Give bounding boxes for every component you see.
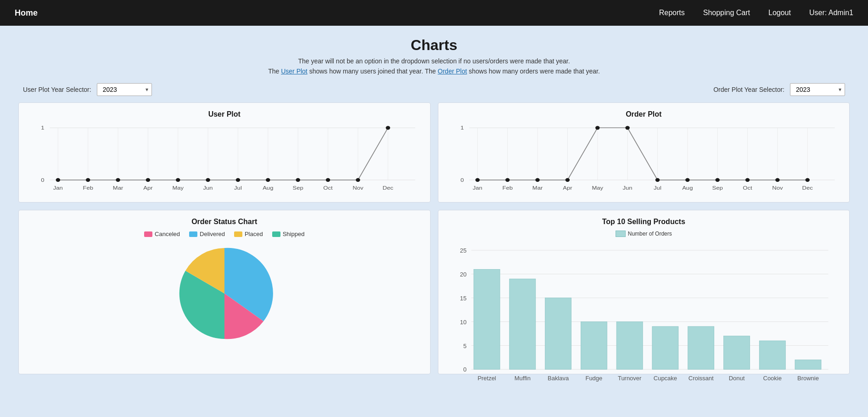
legend-label-shipped: Shipped [283, 231, 305, 237]
svg-text:Cupcake: Cupcake [653, 375, 677, 382]
order-plot-selector-label: Order Plot Year Selector: [713, 86, 784, 93]
svg-point-20 [176, 178, 180, 182]
legend-color-delivered [189, 231, 197, 237]
order-plot-card: Order Plot 1 0 [438, 102, 850, 203]
svg-point-18 [116, 178, 120, 182]
subtitle1: The year will not be an option in the dr… [18, 57, 850, 65]
legend-label-canceled: Canceled [155, 231, 180, 237]
user-plot-svg: 1 0 [28, 123, 421, 197]
legend-shipped: Shipped [272, 231, 305, 237]
subtitle2-middle: shows how many users joined that year. T… [308, 68, 438, 75]
svg-text:15: 15 [460, 295, 466, 302]
user-plot-selector-group: User Plot Year Selector: 2023 [23, 83, 152, 96]
user-plot-year-select[interactable]: 2023 [97, 83, 152, 96]
pie-svg [174, 243, 275, 344]
user-label: User: Admin1 [809, 9, 853, 17]
order-status-title: Order Status Chart [191, 218, 257, 226]
order-plot-title: Order Plot [448, 110, 840, 118]
svg-text:Dec: Dec [802, 185, 812, 191]
order-status-card: Order Status Chart Canceled Delivered Pl… [18, 210, 431, 374]
svg-text:Feb: Feb [83, 185, 93, 191]
charts-grid: User Plot 1 0 [18, 102, 850, 374]
bar-legend-color [616, 231, 626, 237]
svg-text:Jul: Jul [234, 185, 242, 191]
svg-rect-101 [795, 360, 821, 369]
svg-point-63 [685, 178, 690, 182]
bar-legend: Number of Orders [448, 231, 840, 237]
legend-label-placed: Placed [245, 231, 263, 237]
svg-point-57 [505, 178, 510, 182]
bar-legend-label: Number of Orders [628, 231, 672, 237]
main-content: Charts The year will not be an option in… [0, 26, 868, 385]
svg-point-27 [386, 126, 390, 130]
logout-link[interactable]: Logout [768, 9, 791, 17]
svg-rect-93 [509, 279, 535, 369]
svg-text:Apr: Apr [143, 185, 152, 191]
svg-text:Mar: Mar [113, 185, 123, 191]
svg-text:Sep: Sep [712, 185, 722, 191]
svg-point-19 [146, 178, 151, 182]
svg-text:0: 0 [41, 177, 44, 183]
order-plot-selector-group: Order Plot Year Selector: 2023 [713, 83, 845, 96]
svg-text:0: 0 [463, 366, 466, 373]
svg-text:May: May [592, 185, 604, 191]
svg-point-66 [775, 178, 780, 182]
svg-rect-94 [545, 298, 571, 370]
svg-text:Aug: Aug [682, 185, 693, 191]
svg-text:10: 10 [460, 319, 466, 326]
svg-text:Apr: Apr [563, 185, 572, 191]
order-plot-link[interactable]: Order Plot [438, 68, 467, 75]
svg-text:Donut: Donut [728, 375, 745, 382]
svg-text:0: 0 [460, 177, 464, 183]
svg-point-56 [475, 178, 480, 182]
page-title: Charts [18, 37, 850, 54]
order-plot-svg: 1 0 [448, 123, 840, 197]
svg-point-64 [715, 178, 720, 182]
pie-legend: Canceled Delivered Placed Shipped [144, 231, 304, 237]
svg-text:Oct: Oct [743, 185, 752, 191]
selectors-row: User Plot Year Selector: 2023 Order Plot… [18, 83, 850, 96]
svg-point-59 [565, 178, 570, 182]
svg-rect-92 [474, 269, 500, 369]
svg-text:Pretzel: Pretzel [477, 375, 496, 382]
shopping-cart-link[interactable]: Shopping Cart [703, 9, 750, 17]
svg-text:Baklava: Baklava [548, 375, 569, 382]
svg-text:Jan: Jan [53, 185, 63, 191]
subtitle2: The User Plot shows how many users joine… [18, 68, 850, 75]
svg-text:25: 25 [460, 247, 466, 254]
subtitle2-prefix: The [268, 68, 281, 75]
nav-links: Reports Shopping Cart Logout User: Admin… [659, 9, 853, 17]
user-plot-title: User Plot [28, 110, 421, 118]
svg-point-60 [595, 126, 600, 130]
svg-text:20: 20 [460, 271, 466, 278]
svg-text:Jan: Jan [472, 185, 482, 191]
svg-point-24 [296, 178, 300, 182]
svg-point-67 [805, 178, 810, 182]
svg-rect-99 [723, 336, 750, 370]
svg-point-17 [86, 178, 90, 182]
legend-label-delivered: Delivered [200, 231, 225, 237]
svg-text:Nov: Nov [353, 185, 364, 191]
order-plot-year-select[interactable]: 2023 [790, 83, 845, 96]
order-plot-chart: 1 0 [448, 123, 840, 197]
svg-text:1: 1 [41, 125, 44, 131]
pie-chart-container [174, 243, 275, 344]
svg-text:Cookie: Cookie [763, 375, 781, 382]
user-plot-year-wrapper: 2023 [97, 83, 152, 96]
svg-point-62 [655, 178, 660, 182]
user-plot-link[interactable]: User Plot [281, 68, 308, 75]
order-plot-year-wrapper: 2023 [790, 83, 845, 96]
reports-link[interactable]: Reports [659, 9, 685, 17]
svg-point-21 [206, 178, 210, 182]
user-plot-selector-label: User Plot Year Selector: [23, 86, 91, 93]
svg-text:Croissant: Croissant [688, 375, 713, 382]
svg-text:Muffin: Muffin [514, 375, 530, 382]
home-link[interactable]: Home [15, 8, 38, 18]
svg-text:5: 5 [463, 343, 466, 349]
legend-color-placed [234, 231, 242, 237]
svg-text:Jun: Jun [203, 185, 213, 191]
svg-text:Turnover: Turnover [617, 375, 641, 382]
legend-color-canceled [144, 231, 152, 237]
legend-placed: Placed [234, 231, 263, 237]
svg-text:Sep: Sep [293, 185, 303, 191]
